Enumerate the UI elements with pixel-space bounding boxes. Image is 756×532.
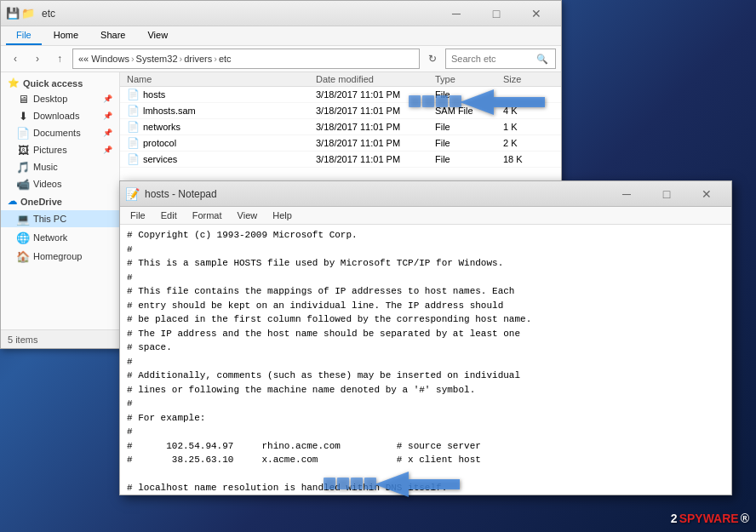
notepad-maximize-button[interactable]: □: [647, 182, 686, 206]
col-size[interactable]: Size: [503, 74, 554, 84]
breadcrumb-etc: etc: [219, 54, 232, 64]
desktop-icon: 🖥: [16, 92, 30, 106]
explorer-minimize-button[interactable]: ─: [437, 2, 476, 26]
menu-help[interactable]: Help: [266, 209, 299, 222]
file-row-protocol[interactable]: 📄 protocol 3/18/2017 11:01 PM File 2 K: [120, 135, 561, 152]
sidebar-label-desktop: Desktop: [33, 94, 67, 104]
folder-icon: 📁: [21, 7, 35, 20]
back-button[interactable]: ‹: [6, 49, 25, 68]
search-icon: 🔍: [536, 54, 548, 65]
file-label-hosts: hosts: [143, 89, 165, 100]
refresh-button[interactable]: ↻: [423, 49, 442, 68]
ribbon-tab-view[interactable]: View: [137, 26, 178, 45]
sidebar-label-thispc: This PC: [33, 214, 66, 224]
sidebar-label-music: Music: [33, 162, 58, 172]
breadcrumb-sep-3: ›: [214, 54, 217, 64]
breadcrumb-sep-2: ›: [180, 54, 183, 64]
explorer-close-button[interactable]: ✕: [517, 2, 556, 26]
file-size-networks: 1 K: [503, 122, 554, 132]
homegroup-icon: 🏠: [16, 249, 30, 263]
svg-rect-9: [351, 478, 363, 489]
breadcrumb-drivers: drivers: [184, 54, 212, 64]
file-size-protocol: 2 K: [503, 138, 554, 148]
svg-rect-2: [409, 95, 421, 107]
address-bar: ‹ › ↑ «« Windows › System32 › drivers › …: [1, 46, 561, 72]
sidebar-item-pictures[interactable]: 🖼 Pictures 📌: [1, 141, 119, 158]
file-name-services: 📄 services: [127, 153, 316, 165]
ribbon-tab-home[interactable]: Home: [43, 26, 89, 45]
pin-icon-4: 📌: [103, 146, 112, 154]
menu-format[interactable]: Format: [186, 209, 229, 222]
music-icon: 🎵: [16, 160, 30, 174]
col-name[interactable]: Name: [127, 74, 316, 84]
file-name-hosts: 📄 hosts: [127, 89, 316, 100]
menu-edit[interactable]: Edit: [154, 209, 184, 222]
file-icon-hosts: 📄: [127, 89, 140, 100]
ribbon-tabs: File Home Share View: [1, 26, 561, 45]
arrow-annotation-explorer: [409, 85, 545, 122]
ribbon-tab-share[interactable]: Share: [90, 26, 135, 45]
sidebar-item-videos[interactable]: 📹 Videos: [1, 175, 119, 192]
breadcrumb-windows: «« Windows: [78, 54, 129, 64]
forward-button[interactable]: ›: [28, 49, 47, 68]
file-name-protocol: 📄 protocol: [127, 137, 316, 149]
notepad-title-text: hosts - Notepad: [145, 188, 602, 200]
search-input[interactable]: [451, 54, 536, 64]
sidebar-item-desktop[interactable]: 🖥 Desktop 📌: [1, 90, 119, 107]
file-label-networks: networks: [143, 122, 180, 132]
sidebar-header-onedrive[interactable]: ☁ OneDrive: [1, 194, 119, 209]
sidebar-item-thispc[interactable]: 💻 This PC: [1, 210, 119, 227]
sidebar-label-documents: Documents: [33, 128, 81, 138]
file-type-networks: File: [435, 122, 503, 132]
ribbon-tab-file[interactable]: File: [6, 26, 42, 45]
file-label-services: services: [143, 154, 177, 164]
file-type-protocol: File: [435, 138, 503, 148]
menu-file[interactable]: File: [123, 209, 152, 222]
sidebar-header-quickaccess[interactable]: ⭐ Quick access: [1, 76, 119, 90]
file-name-networks: 📄 networks: [127, 121, 316, 133]
search-box[interactable]: 🔍: [445, 49, 556, 69]
notepad-minimize-button[interactable]: ─: [607, 182, 646, 206]
file-icon-protocol: 📄: [127, 137, 140, 149]
sidebar-item-music[interactable]: 🎵 Music: [1, 158, 119, 175]
breadcrumb-sep-1: ›: [131, 54, 135, 64]
svg-rect-8: [337, 478, 349, 489]
sidebar-section-homegroup: 🏠 Homegroup: [1, 248, 119, 265]
titlebar-icons: 💾 📁: [6, 7, 35, 20]
sidebar-label-pictures: Pictures: [33, 145, 67, 155]
svg-rect-4: [436, 95, 448, 107]
notepad-window: 📝 hosts - Notepad ─ □ ✕ File Edit Format…: [119, 180, 732, 495]
sidebar-item-network[interactable]: 🌐 Network: [1, 229, 119, 246]
col-type[interactable]: Type: [435, 74, 503, 84]
menu-view[interactable]: View: [231, 209, 265, 222]
save-icon: 💾: [6, 7, 20, 20]
notepad-title-icon: 📝: [125, 187, 140, 201]
file-name-lmhosts: 📄 lmhosts.sam: [127, 105, 316, 117]
watermark-number: 2: [671, 512, 678, 525]
file-label-lmhosts: lmhosts.sam: [143, 106, 196, 116]
svg-rect-7: [324, 478, 335, 489]
sidebar-item-documents[interactable]: 📄 Documents 📌: [1, 124, 119, 141]
svg-marker-1: [460, 89, 545, 115]
pin-icon: 📌: [103, 94, 112, 103]
sidebar-item-homegroup[interactable]: 🏠 Homegroup: [1, 248, 119, 265]
up-button[interactable]: ↑: [50, 49, 69, 68]
explorer-maximize-button[interactable]: □: [477, 2, 516, 26]
col-date[interactable]: Date modified: [316, 74, 435, 84]
sidebar-item-downloads[interactable]: ⬇ Downloads 📌: [1, 107, 119, 124]
downloads-icon: ⬇: [16, 109, 30, 123]
file-date-protocol: 3/18/2017 11:01 PM: [316, 138, 435, 148]
notepad-close-button[interactable]: ✕: [687, 182, 726, 206]
address-breadcrumb[interactable]: «« Windows › System32 › drivers › etc: [72, 49, 420, 69]
sidebar-section-quickaccess: ⭐ Quick access 🖥 Desktop 📌 ⬇ Downloads 📌…: [1, 76, 119, 192]
file-date-networks: 3/18/2017 11:01 PM: [316, 122, 435, 132]
file-icon-services: 📄: [127, 153, 140, 165]
notepad-content[interactable]: # Copyright (c) 1993-2009 Microsoft Corp…: [120, 225, 731, 495]
watermark: 2 SPYWARE ®: [671, 512, 749, 525]
notepad-menubar: File Edit Format View Help: [120, 207, 731, 225]
sidebar-section-onedrive: ☁ OneDrive: [1, 194, 119, 209]
explorer-window-controls: ─ □ ✕: [437, 2, 556, 26]
notepad-titlebar: 📝 hosts - Notepad ─ □ ✕: [120, 181, 731, 207]
file-row-services[interactable]: 📄 services 3/18/2017 11:01 PM File 18 K: [120, 152, 561, 168]
sidebar-label-network: Network: [33, 232, 67, 243]
